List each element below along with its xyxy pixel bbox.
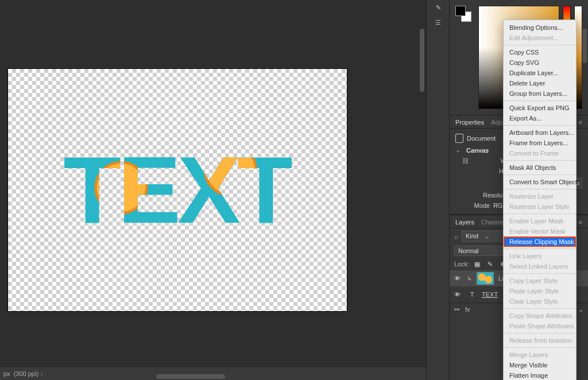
menu-item-frame-from-layers[interactable]: Frame from Layers... [504, 138, 576, 148]
menu-item-convert-to-smart-object[interactable]: Convert to Smart Object [504, 177, 576, 187]
menu-item-select-linked-layers: Select Linked Layers [504, 261, 576, 272]
menu-item-clear-layer-style: Clear Layer Style [504, 296, 576, 307]
canvas-scrollbar-thumb[interactable] [420, 29, 424, 92]
menu-item-copy-css[interactable]: Copy CSS [504, 47, 576, 57]
menu-item-blending-options[interactable]: Blending Options... [504, 22, 576, 33]
canvas[interactable]: TEXT [8, 69, 347, 311]
canvas-horizontal-scrollbar[interactable] [156, 374, 225, 379]
layer-name[interactable]: TEXT [482, 291, 498, 298]
section-caret-icon[interactable]: ⌄ [455, 146, 461, 154]
chevron-down-icon: ⌄ [485, 232, 490, 239]
menu-item-release-clipping-mask[interactable]: Release Clipping Mask [504, 236, 576, 247]
status-zoom[interactable]: px [3, 370, 10, 377]
height-label: H [469, 168, 504, 175]
tab-properties[interactable]: Properties [455, 119, 484, 126]
menu-item-export-as[interactable]: Export As... [504, 113, 576, 123]
width-label: W [472, 157, 506, 164]
menu-item-release-from-isolation: Release from Isolation [504, 335, 576, 346]
canvas-section-label: Canvas [466, 147, 489, 154]
blend-mode-value: Normal [458, 247, 478, 254]
sliders-icon[interactable]: ☰ [427, 15, 450, 30]
menu-item-flatten-image[interactable]: Flatten Image [504, 370, 576, 380]
menu-item-copy-svg[interactable]: Copy SVG [504, 57, 576, 68]
tab-layers[interactable]: Layers [455, 219, 474, 226]
lock-transparency-icon[interactable]: ▦ [473, 259, 482, 269]
menu-item-rasterize-layer-style: Rasterize Layer Style [504, 201, 576, 212]
status-ppi[interactable]: (300 ppi) [14, 370, 38, 377]
chevron-right-icon[interactable]: › [41, 370, 43, 377]
foreground-color-swatch[interactable] [455, 6, 466, 16]
menu-item-paste-layer-style: Paste Layer Style [504, 286, 576, 296]
menu-item-paste-shape-attributes: Paste Shape Attributes [504, 321, 576, 331]
menu-item-rasterize-layer: Rasterize Layer [504, 191, 576, 201]
clipping-indicator-icon: ↳ [467, 275, 472, 282]
foreground-background-swatch[interactable] [455, 6, 471, 22]
menu-item-copy-layer-style: Copy Layer Style [504, 276, 576, 286]
lock-brush-icon[interactable]: ✎ [485, 259, 494, 269]
canvas-text-layer: TEXT [63, 143, 292, 238]
search-icon: ⌕ [454, 233, 458, 240]
menu-item-artboard-from-layers[interactable]: Artboard from Layers... [504, 127, 576, 138]
menu-item-convert-to-frame: Convert to Frame [504, 148, 576, 158]
menu-item-link-layers: Link Layers [504, 251, 576, 261]
status-bar: px (300 ppi) › [0, 367, 426, 380]
layer-fx-button[interactable]: fx [465, 306, 470, 313]
menu-item-quick-export-as-png[interactable]: Quick Export as PNG [504, 103, 576, 113]
panel-scrollbar-thumb[interactable] [582, 29, 587, 63]
canvas-stage: TEXT [0, 0, 426, 367]
layer-context-menu: Blending Options...Edit Adjustment...Cop… [503, 20, 577, 380]
document-icon [455, 134, 463, 143]
visibility-icon[interactable]: 👁 [454, 291, 462, 298]
document-type-label: Document [467, 135, 496, 142]
brush-icon[interactable]: ✎ [427, 0, 450, 15]
filter-kind-label: Kind [466, 232, 478, 239]
menu-item-duplicate-layer[interactable]: Duplicate Layer... [504, 68, 576, 78]
visibility-icon[interactable]: 👁 [454, 275, 462, 282]
panel-vertical-scrollbar[interactable] [582, 0, 587, 380]
menu-item-copy-shape-attributes: Copy Shape Attributes [504, 311, 576, 321]
mode-label: Mode [455, 202, 490, 209]
link-icon[interactable]: ⛓ [462, 157, 469, 164]
blend-mode-select[interactable]: Normal [454, 246, 503, 256]
link-layers-icon[interactable]: ⚯ [454, 306, 459, 313]
menu-item-merge-layers: Merge Layers [504, 350, 576, 360]
canvas-vertical-scrollbar[interactable] [419, 0, 425, 367]
layer-thumbnail[interactable] [477, 272, 494, 285]
menu-item-mask-all-objects[interactable]: Mask All Objects [504, 162, 576, 173]
menu-item-enable-vector-mask: Enable Vector Mask [504, 226, 576, 236]
menu-item-enable-layer-mask: Enable Layer Mask [504, 216, 576, 226]
lock-label: Lock: [454, 261, 469, 267]
menu-item-delete-layer[interactable]: Delete Layer [504, 78, 576, 88]
text-layer-icon: T [467, 291, 477, 298]
menu-item-group-from-layers[interactable]: Group from Layers... [504, 88, 576, 99]
menu-item-merge-visible[interactable]: Merge Visible [504, 360, 576, 370]
right-tool-rail: ✎ ☰ [426, 0, 449, 380]
menu-item-edit-adjustment: Edit Adjustment... [504, 33, 576, 43]
